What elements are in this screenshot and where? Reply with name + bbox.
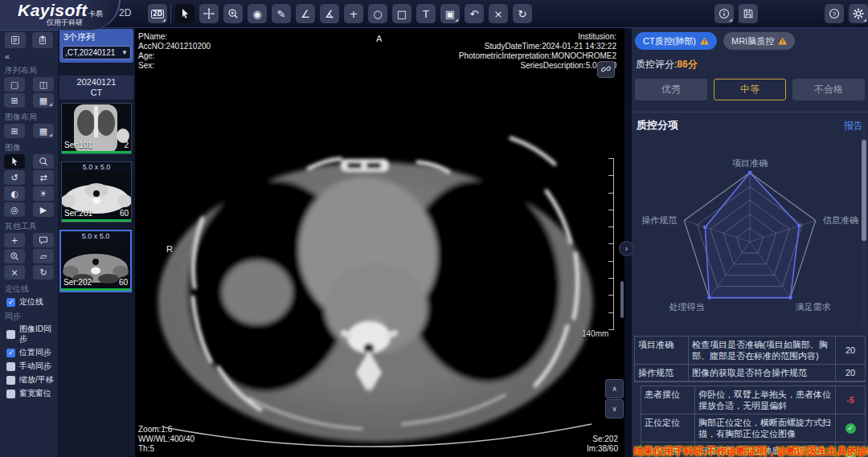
image-stack-scrollbar[interactable] [620,281,624,318]
checkbox-label: 窗宽窗位 [19,389,51,398]
image-id-sync-checkbox[interactable]: 图像ID同步 [6,324,58,344]
reset-view-button[interactable]: ↻ [513,4,532,23]
info-button[interactable] [714,4,734,23]
delete-annotation-button[interactable]: × [489,4,508,23]
series-thumbnail-201[interactable]: 5.0 x 5.0 Ser:201 60 [61,161,132,222]
reset-tool-button[interactable]: ↻ [33,265,54,280]
qc-score-line: 质控评分:86分 [636,58,868,71]
ct-axial-image[interactable] [135,27,624,457]
ellipse-icon: ○ [373,8,382,20]
toolbar-file-group [714,4,758,23]
invert-tool-button[interactable]: ◐ [4,186,25,201]
thumbnail-loaded-bar [62,151,131,153]
magnify-region-tool-button[interactable]: A [4,249,25,263]
series-layout-1x2-button[interactable]: ◫ [33,77,54,92]
save-button[interactable] [739,4,758,23]
image-layout-grid-button[interactable]: ▦ [33,124,54,138]
clipboard-icon [38,35,47,45]
thumbnail-image-count: 60 [119,278,128,287]
clear-icon: × [10,267,18,278]
report-link[interactable]: 报告 [844,119,863,133]
marker-plus-tool-button[interactable]: + [4,233,25,247]
brightness-tool-button[interactable]: ☀ [33,186,54,201]
settings-button[interactable] [849,4,868,23]
help-button[interactable]: ? [825,4,844,23]
checkbox-label: 定位线 [19,297,43,307]
checkbox-label: 位置同步 [19,348,51,357]
study-select-dropdown[interactable]: ,CT,20240121 ▼ [62,46,131,59]
series-layout-grid-button[interactable]: ▦ [33,93,54,108]
cursor-tool-button[interactable] [175,4,194,23]
grade-fail-button[interactable]: 不合格 [792,79,865,100]
probe-tool-button[interactable]: + [344,4,363,23]
series-list-icon [10,35,20,45]
checkbox-icon [6,376,15,385]
position-sync-checkbox[interactable]: 位置同步 [6,348,58,357]
image-layout-2x2-button[interactable]: ⊞ [4,124,25,138]
cobb-angle-icon: ∡ [325,8,334,20]
plus-icon: + [10,235,18,246]
qc-row-score: -5✓ [836,386,865,414]
link-icon [601,64,611,75]
qc-panel-scrollbar-thumb[interactable] [862,140,866,241]
pan-tool-button[interactable] [199,4,219,23]
rect-tool-button[interactable]: □ [392,4,411,23]
pseudo-color-icon: ◎ [10,205,18,215]
window-sync-checkbox[interactable]: 窗宽窗位 [6,389,58,398]
tab-mri-brain-qc[interactable]: MRI脑质控 [723,32,795,50]
eraser-tool-button[interactable]: ▱ [33,249,54,263]
series-thumbnail-202[interactable]: 5.0 x 5.0 Ser:202 60 [59,230,132,292]
undo-button[interactable]: ↶ [465,4,484,23]
measure-tool-button[interactable]: ✎ [272,4,291,23]
panel-expand-button[interactable]: › [619,241,634,256]
qc-subsection-header: 质控分项 报告 [637,119,863,132]
series-thumbnail-101[interactable]: Ser:101 2 [61,103,132,154]
annotation-list-button[interactable]: ▣ [440,4,460,23]
qc-row-label: 正位定位 [641,414,695,442]
ellipse-tool-button[interactable]: ○ [368,4,387,23]
flip-tool-button[interactable]: ⇄ [33,170,54,185]
scroll-down-button[interactable]: ∨ [605,399,624,418]
collapse-panel-button[interactable]: « [5,51,58,61]
report-panel-button[interactable] [32,32,53,48]
tab-ct-lung-qc[interactable]: CT质控(肺部) [635,32,717,50]
series-panel-button[interactable] [5,32,26,48]
cursor-tool-button[interactable] [4,154,25,169]
grade-excellent-button[interactable]: 优秀 [635,79,707,100]
window-level-icon: ◉ [252,8,261,20]
angle-tool-button[interactable]: ∠ [296,4,315,23]
text-tool-button[interactable]: T [416,4,436,23]
link-series-button[interactable] [597,61,615,78]
series-layout-2x2-button[interactable]: ⊞ [4,93,25,108]
rectangle-icon: □ [397,8,407,20]
grade-medium-button[interactable]: 中等 [714,79,786,100]
thumbnail-header-label: 5.0 x 5.0 [61,231,130,241]
layout-2d-button[interactable]: 2D [148,4,167,23]
grade-label: 中等 [740,83,760,96]
qc-subsection-title: 质控分项 [637,118,678,133]
zoom-in-tool-button[interactable] [223,4,243,23]
pseudocolor-tool-button[interactable]: ◎ [4,202,25,217]
comment-tool-button[interactable] [33,233,54,247]
magnify-tool-button[interactable] [33,154,54,169]
rotate-tool-button[interactable]: ↺ [4,170,25,185]
series-layout-1x1-button[interactable]: ▢ [4,77,25,92]
other-tools-title: 其他工具 [5,222,58,231]
cobb-angle-tool-button[interactable]: ∡ [320,4,339,23]
qc-row-label: 操作规范 [635,365,689,381]
image-viewport[interactable]: PName:AccNO:2401210200Age:Sex: Institusi… [135,27,624,457]
window-level-tool-button[interactable]: ◉ [248,4,267,23]
thumbnail-list: Ser:101 2 5.0 x 5.0 Ser:201 60 5.0 x 5.0… [58,103,135,292]
locator-line-checkbox[interactable]: 定位线 [6,297,58,307]
zoom-pan-sync-checkbox[interactable]: 缩放/平移 [6,375,58,385]
qc-row-label: 患者摆位 [641,386,695,414]
manual-sync-checkbox[interactable]: 手动同步 [6,361,58,371]
study-group-header[interactable]: 20240121 CT [59,75,133,100]
clear-all-tool-button[interactable]: × [4,265,25,280]
thumbnail-header-label: 5.0 x 5.0 [62,162,131,172]
left-tool-rail: « 序列布局 ▢◫⊞▦ 图像布局 ⊞▦ 图像 ↺⇄◐☀◎▶ 其他工具 +A▱×↻… [0,27,59,457]
overlay-line: Th:5 [138,444,194,454]
qc-row-score: 20✓ [836,337,865,364]
scroll-up-button[interactable]: ∧ [605,379,624,398]
cine-play-button[interactable]: ▶ [33,202,54,217]
